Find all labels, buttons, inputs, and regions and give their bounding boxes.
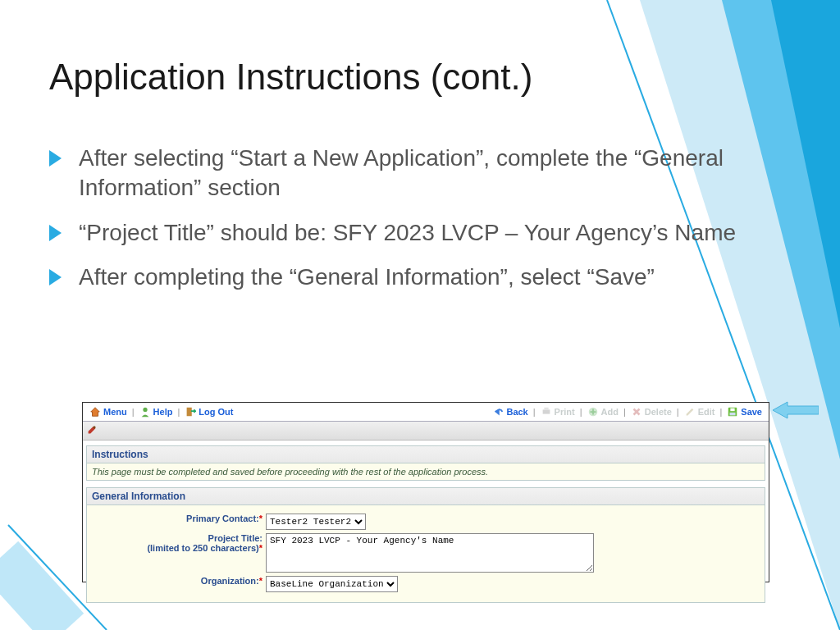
add-label: Add xyxy=(601,407,619,417)
toolbar-separator: | xyxy=(718,407,724,417)
plus-icon xyxy=(587,406,599,418)
toolbar-separator: | xyxy=(622,407,628,417)
arrow-left-icon xyxy=(492,406,504,418)
printer-icon xyxy=(541,406,552,418)
bullet-text: “Project Title” should be: SFY 2023 LVCP… xyxy=(79,220,736,245)
bullet-item: “Project Title” should be: SFY 2023 LVCP… xyxy=(49,218,738,248)
save-button[interactable]: Save xyxy=(724,406,765,418)
edit-button: Edit xyxy=(681,406,719,418)
save-label: Save xyxy=(741,407,762,417)
person-icon xyxy=(139,406,151,418)
svg-marker-1 xyxy=(722,0,840,459)
pencil-icon xyxy=(684,406,696,418)
general-information-header: General Information xyxy=(86,487,765,505)
svg-rect-10 xyxy=(730,413,736,416)
app-toolbar: Menu | Help | Log Out Back | Print xyxy=(83,403,769,422)
menu-button[interactable]: Menu xyxy=(86,406,130,418)
bullet-text: After selecting “Start a New Application… xyxy=(79,145,724,200)
project-title-label: Project Title: (limited to 250 character… xyxy=(90,533,266,553)
delete-button: Delete xyxy=(628,406,675,418)
callout-arrow-left-icon xyxy=(773,400,819,420)
bullet-triangle-icon xyxy=(49,269,62,285)
general-information-form: Primary Contact:* Tester2 Tester2 Projec… xyxy=(86,505,765,603)
toolbar-separator: | xyxy=(578,407,584,417)
svg-marker-2 xyxy=(771,0,840,328)
organization-label: Organization:* xyxy=(90,576,266,586)
edit-label: Edit xyxy=(698,407,715,417)
svg-rect-6 xyxy=(544,408,548,410)
svg-rect-5 xyxy=(542,409,550,413)
menu-label: Menu xyxy=(103,407,127,417)
slide-title: Application Instructions (cont.) xyxy=(49,57,532,98)
svg-rect-4 xyxy=(187,408,192,417)
logout-button[interactable]: Log Out xyxy=(181,406,236,418)
toolbar-separator: | xyxy=(532,407,537,417)
bullet-text: After completing the “General Informatio… xyxy=(79,264,655,290)
add-button: Add xyxy=(584,406,622,418)
logout-label: Log Out xyxy=(199,407,233,417)
floppy-icon xyxy=(727,406,738,418)
back-button[interactable]: Back xyxy=(489,406,531,418)
print-button: Print xyxy=(537,406,578,418)
back-label: Back xyxy=(506,407,527,417)
toolbar-separator: | xyxy=(176,407,181,417)
bullet-item: After completing the “General Informatio… xyxy=(49,262,738,292)
delete-label: Delete xyxy=(645,407,672,417)
paintbrush-icon xyxy=(86,424,98,436)
x-icon xyxy=(631,406,642,418)
toolbar-separator: | xyxy=(675,407,681,417)
organization-row: Organization:* BaseLine Organization xyxy=(90,576,761,592)
panel-toolbar xyxy=(83,422,769,441)
toolbar-right-group: Back | Print | Add | Delete | Edit | xyxy=(489,406,765,418)
help-label: Help xyxy=(153,407,173,417)
print-label: Print xyxy=(555,407,575,417)
toolbar-left-group: Menu | Help | Log Out xyxy=(86,406,236,418)
instructions-note: This page must be completed and saved be… xyxy=(86,463,765,481)
bullet-item: After selecting “Start a New Application… xyxy=(49,144,738,203)
primary-contact-row: Primary Contact:* Tester2 Tester2 xyxy=(90,514,761,530)
organization-select[interactable]: BaseLine Organization xyxy=(266,576,398,592)
project-title-row: Project Title: (limited to 250 character… xyxy=(90,533,761,573)
svg-point-3 xyxy=(143,408,147,412)
primary-contact-select[interactable]: Tester2 Tester2 xyxy=(266,514,366,530)
instructions-header: Instructions xyxy=(86,445,765,463)
project-title-textarea[interactable] xyxy=(266,533,594,573)
bullet-triangle-icon xyxy=(49,150,62,167)
bullet-triangle-icon xyxy=(49,225,62,241)
primary-contact-label: Primary Contact:* xyxy=(90,514,266,523)
svg-rect-9 xyxy=(731,409,735,412)
home-icon xyxy=(89,406,101,418)
bullet-list: After selecting “Start a New Application… xyxy=(49,144,738,308)
toolbar-separator: | xyxy=(130,407,136,417)
help-button[interactable]: Help xyxy=(136,406,176,418)
embedded-app-screenshot: Menu | Help | Log Out Back | Print xyxy=(82,402,769,582)
door-icon xyxy=(185,406,196,418)
